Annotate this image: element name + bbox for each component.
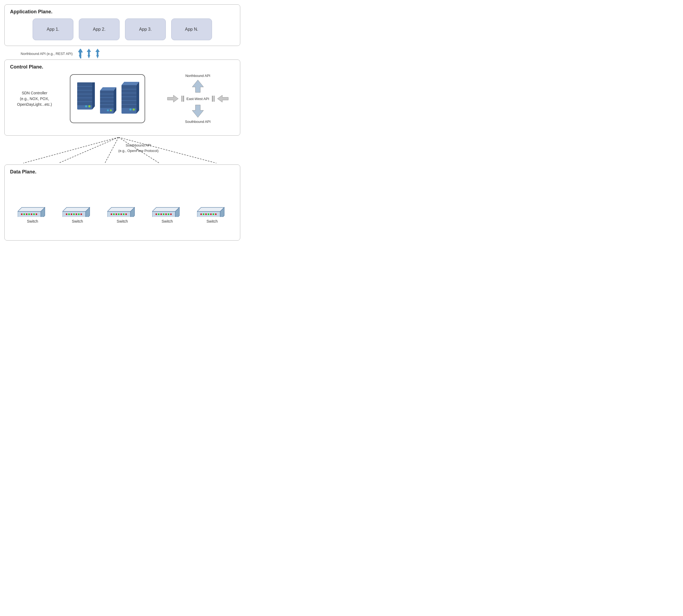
control-plane-title: Control Plane.	[10, 64, 235, 70]
svg-line-45	[59, 137, 118, 163]
svg-marker-49	[18, 207, 45, 212]
svg-marker-24	[114, 87, 116, 114]
northbound-api-row: Northbound API (e.g., REST API)	[4, 48, 240, 60]
svg-point-97	[213, 213, 214, 215]
app-boxes-container: App 1. App 2. App 3. App N.	[10, 19, 235, 40]
svg-point-72	[111, 213, 112, 215]
switch-item-5: Switch	[197, 202, 227, 223]
northbound-api-label-control: Northbound API	[185, 74, 211, 78]
svg-point-74	[115, 213, 117, 215]
svg-point-76	[120, 213, 122, 215]
switch-item-4: Switch	[152, 202, 182, 223]
svg-rect-20	[100, 105, 114, 108]
svg-marker-3	[95, 49, 100, 59]
svg-marker-23	[100, 87, 116, 90]
svg-point-83	[158, 213, 159, 215]
svg-rect-10	[77, 102, 92, 105]
svg-rect-19	[100, 102, 114, 104]
svg-point-58	[36, 213, 37, 215]
svg-point-68	[81, 213, 82, 215]
svg-line-46	[105, 137, 118, 163]
northbound-arrow-control	[191, 80, 205, 93]
connection-layer: Southbound API(e.g., OpenFlow Protocol)	[4, 137, 240, 164]
svg-point-96	[210, 213, 212, 215]
ew-arrow-right	[217, 95, 229, 103]
switch-svg-4	[152, 202, 182, 217]
svg-marker-69	[107, 207, 134, 212]
app-box-3: App 3.	[125, 19, 166, 40]
svg-point-73	[113, 213, 115, 215]
svg-point-98	[215, 213, 217, 215]
southbound-api-label-control: Southbound API	[185, 119, 211, 124]
app-plane-title: Application Plane.	[10, 9, 235, 15]
api-side-panel: Northbound API East-West API	[167, 74, 229, 124]
svg-point-12	[85, 105, 87, 107]
svg-rect-17	[100, 94, 114, 97]
svg-marker-79	[152, 207, 179, 212]
svg-rect-16	[100, 90, 114, 94]
svg-point-75	[118, 213, 119, 215]
svg-marker-1	[78, 49, 82, 59]
data-plane: Data Plane. Switch	[4, 164, 240, 241]
app-box-n: App N.	[171, 19, 212, 40]
svg-rect-5	[77, 82, 92, 86]
svg-point-88	[170, 213, 172, 215]
controller-box	[70, 74, 145, 123]
ew-lines	[180, 95, 185, 103]
svg-marker-34	[122, 82, 139, 85]
svg-rect-31	[122, 105, 136, 108]
svg-point-21	[110, 110, 112, 111]
svg-point-67	[78, 213, 80, 215]
svg-rect-27	[122, 89, 136, 93]
control-inner: SDN Controller(e.g., NOX, POX,OpenDayLig…	[10, 74, 235, 124]
control-plane: Control Plane. SDN Controller(e.g., NOX,…	[4, 60, 240, 136]
server-icon-2	[98, 86, 116, 118]
svg-rect-39	[183, 96, 184, 102]
svg-point-62	[66, 213, 67, 215]
svg-rect-41	[214, 96, 215, 102]
svg-rect-30	[122, 101, 136, 104]
svg-point-92	[200, 213, 202, 215]
sdn-diagram: Application Plane. App 1. App 2. App 3. …	[4, 4, 240, 241]
svg-point-65	[73, 213, 75, 215]
svg-marker-59	[63, 207, 90, 212]
switch-label-2: Switch	[72, 219, 83, 223]
svg-point-93	[203, 213, 204, 215]
svg-point-94	[205, 213, 207, 215]
svg-marker-2	[87, 49, 91, 59]
svg-point-84	[160, 213, 162, 215]
svg-rect-28	[122, 93, 136, 96]
sdn-controller-label: SDN Controller(e.g., NOX, POX,OpenDayLig…	[10, 90, 59, 107]
ew-lines-right	[211, 95, 216, 103]
svg-point-56	[31, 213, 32, 215]
svg-line-44	[23, 137, 118, 163]
svg-point-63	[68, 213, 70, 215]
switch-svg-5	[197, 202, 227, 217]
switch-item-3: Switch	[107, 202, 137, 223]
svg-rect-29	[122, 97, 136, 100]
svg-rect-7	[77, 90, 92, 94]
server-icon-3	[120, 80, 139, 118]
switch-svg-3	[107, 202, 137, 217]
southbound-arrow-control	[191, 104, 205, 118]
svg-point-57	[33, 213, 35, 215]
svg-marker-43	[192, 105, 203, 117]
svg-rect-40	[212, 96, 213, 102]
svg-marker-36	[192, 80, 203, 92]
northbound-api-label: Northbound API (e.g., REST API)	[21, 52, 72, 56]
east-west-row: East-West API	[167, 95, 229, 103]
svg-marker-14	[92, 82, 95, 110]
svg-point-53	[23, 213, 25, 215]
switch-label-1: Switch	[27, 219, 38, 223]
svg-point-87	[168, 213, 169, 215]
svg-rect-8	[77, 94, 92, 97]
svg-point-22	[107, 110, 109, 111]
app-box-2: App 2.	[79, 19, 119, 40]
ew-arrow-left	[167, 95, 179, 103]
switch-svg-1	[18, 202, 48, 217]
svg-rect-38	[181, 96, 182, 102]
switches-container: Switch Switch	[10, 186, 235, 223]
svg-point-85	[163, 213, 164, 215]
svg-point-11	[88, 105, 90, 107]
svg-rect-26	[122, 85, 136, 89]
